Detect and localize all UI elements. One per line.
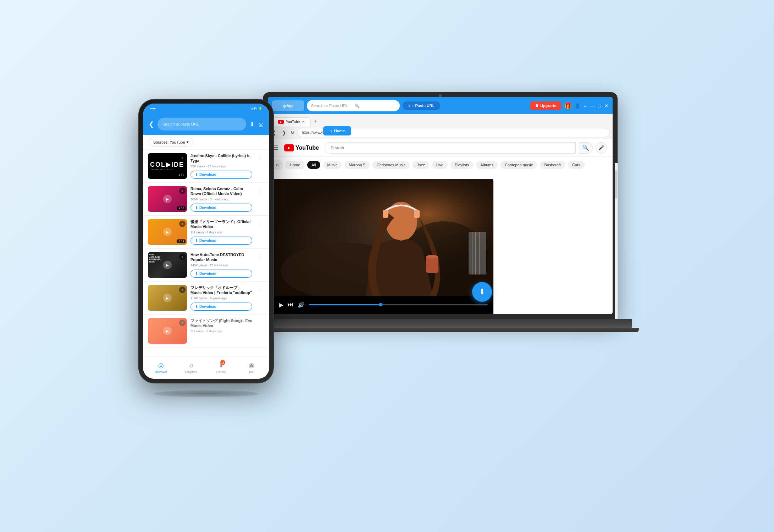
category-all[interactable]: All: [307, 161, 320, 169]
more-options-3[interactable]: ⋮: [256, 219, 264, 229]
autotune-text: HOWAUTO-TUNEDESTROYEDMUSIC: [149, 254, 160, 263]
more-options-2[interactable]: ⋮: [256, 186, 264, 196]
play-icon-4[interactable]: ▶: [163, 261, 172, 269]
download-button-5[interactable]: ⬇ Download: [190, 303, 252, 311]
home-tab-button[interactable]: ⌂ Home: [323, 126, 351, 135]
video-meta-2: 205M views · 3 months ago: [190, 198, 252, 201]
add-to-playlist-icon-2[interactable]: +: [179, 188, 186, 194]
category-maroon5[interactable]: Maroon 5: [344, 161, 369, 169]
nav-library[interactable]: ⬇ 15 Library: [206, 361, 236, 374]
category-cats[interactable]: Cats: [568, 161, 585, 169]
phone-download-icon[interactable]: ⬇: [250, 121, 254, 128]
download-button-3[interactable]: ⬇ Download: [190, 237, 252, 245]
category-christmas[interactable]: Christmas Music: [372, 161, 410, 169]
play-icon-6[interactable]: ▶: [163, 327, 172, 335]
download-button-1[interactable]: ⬇ Download: [190, 171, 252, 179]
yt-logo-icon: [284, 144, 294, 151]
download-button-2[interactable]: ⬇ Download: [190, 204, 252, 212]
volume-button[interactable]: 🔊: [298, 301, 305, 308]
progress-bar[interactable]: [309, 304, 488, 305]
phone-screen: ●●● WiFi 🔋 ❮ Search or paste URL ⬇: [143, 104, 269, 379]
library-label: Library: [216, 370, 226, 374]
close-icon[interactable]: ✕: [604, 103, 608, 109]
new-tab-button[interactable]: +: [311, 117, 320, 126]
category-playlists[interactable]: Playlists: [450, 161, 473, 169]
user-icon[interactable]: 👤: [575, 103, 580, 109]
sources-dropdown-button[interactable]: Sources: YouTube ▾: [149, 138, 193, 146]
yt-home-icon-button[interactable]: ⌂: [272, 160, 283, 170]
download-icon-1: ⬇: [195, 173, 198, 177]
video-meta-3: 1M views · 6 days ago: [190, 231, 252, 234]
app-search-bar[interactable]: Search or Paste URL 🔍: [307, 100, 400, 111]
more-options-4[interactable]: ⋮: [256, 252, 264, 262]
nav-me[interactable]: ◉ Me: [236, 361, 266, 374]
category-jazz[interactable]: Jazz: [413, 161, 429, 169]
phone-search-bar[interactable]: Search or paste URL: [157, 118, 246, 131]
yt-favicon: [278, 120, 284, 124]
gift-icon[interactable]: 🎁: [564, 102, 572, 110]
refresh-button[interactable]: ↻: [291, 130, 294, 135]
skip-forward-button[interactable]: ⏭: [288, 301, 293, 308]
app-search-icon: 🔍: [355, 104, 396, 108]
video-meta-1: 35K views · 18 hours ago: [190, 165, 252, 168]
app-logo-button[interactable]: ◎ App: [272, 100, 304, 111]
video-title-bar: We Will Rock You - Queen 02:05 / 05:15 ⇄…: [273, 314, 493, 314]
video-controls: ▶ ⏭ 🔊: [273, 296, 493, 314]
nav-playlists[interactable]: ♫ Playlists: [176, 362, 206, 374]
more-options-5[interactable]: ⋮: [256, 285, 264, 295]
download-icon-2: ⬇: [195, 206, 198, 210]
add-to-playlist-icon-4[interactable]: +: [179, 254, 186, 260]
youtube-tab[interactable]: YouTube ✕: [272, 117, 311, 126]
svg-rect-5: [383, 210, 388, 218]
phone-back-button[interactable]: ❮: [149, 120, 154, 128]
tab-close-button[interactable]: ✕: [302, 120, 305, 124]
titlebar-icons: 👤 ≡ — □ ✕: [575, 103, 608, 109]
phone-status-bar: ●●● WiFi 🔋: [143, 104, 269, 113]
forward-button[interactable]: ❯: [281, 128, 288, 137]
download-label-5: Download: [199, 305, 216, 309]
yt-search-input[interactable]: [325, 142, 576, 154]
upgrade-button[interactable]: ♛ Upgrade: [530, 101, 561, 110]
yt-search-button[interactable]: 🔍: [579, 142, 593, 154]
yt-mic-button[interactable]: 🎤: [596, 142, 607, 154]
video-title-3: 優里『メリーゴーランド』Official Music Video: [190, 219, 252, 229]
maximize-icon[interactable]: □: [598, 103, 601, 109]
add-to-playlist-icon[interactable]: +: [179, 155, 186, 161]
add-to-playlist-icon-5[interactable]: +: [179, 287, 186, 293]
play-icon-5[interactable]: ▶: [163, 294, 172, 302]
video-image-svg: [273, 179, 493, 296]
play-icon-3[interactable]: ▶: [163, 228, 172, 236]
browser-nav: ❮ ❯ ↻ https://www.youtube.com/: [268, 126, 613, 139]
me-icon: ◉: [249, 361, 254, 369]
menu-icon[interactable]: ≡: [584, 103, 587, 109]
category-music[interactable]: Music: [323, 161, 342, 169]
video-meta-5: 119M views · 8 years ago: [190, 297, 252, 300]
add-to-playlist-icon-3[interactable]: +: [179, 221, 186, 227]
paste-url-button[interactable]: + + Paste URL: [403, 101, 441, 110]
category-albums[interactable]: Albums: [476, 161, 498, 169]
category-cantopop[interactable]: Cantopop music: [501, 161, 537, 169]
yt-home-label[interactable]: Home: [286, 161, 304, 169]
download-button-4[interactable]: ⬇ Download: [190, 270, 252, 278]
play-button[interactable]: ▶: [279, 301, 283, 308]
yt-categories-bar: ⌂ Home All Music Maroon 5 Christmas Musi…: [268, 157, 613, 173]
play-icon-2[interactable]: ▶: [163, 195, 172, 203]
more-options-1[interactable]: ⋮: [256, 153, 264, 163]
category-bushcraft[interactable]: Bushcraft: [540, 161, 565, 169]
video-title-4: How Auto-Tune DESTROYED Popular Music: [190, 252, 252, 262]
paste-url-label: + Paste URL: [412, 104, 435, 108]
add-to-playlist-icon-6[interactable]: +: [179, 320, 186, 326]
crown-icon: ♛: [535, 104, 539, 108]
video-thumbnail-4: HOWAUTO-TUNEDESTROYEDMUSIC ▶ +: [148, 252, 187, 278]
minimize-icon[interactable]: —: [590, 103, 595, 109]
video-title-1: Justine Skye - Collide (Lyrics) ft. Tyga: [190, 153, 252, 164]
duration-badge: 4:21: [177, 173, 186, 177]
nav-discover[interactable]: ◎ Discover: [146, 361, 176, 374]
phone-settings-icon[interactable]: ◎: [259, 121, 264, 128]
category-live[interactable]: Live: [432, 161, 448, 169]
video-thumbnail-1: COL▶IDE JUSTINE SKYE · TYGA 4:21 +: [148, 153, 187, 179]
me-label: Me: [249, 370, 254, 374]
yt-hamburger-icon[interactable]: ☰: [273, 144, 278, 151]
list-item: ▶ + フレデリック「オドループ」Music Video | Frederic …: [143, 282, 269, 315]
download-fab-button[interactable]: ⬇: [472, 282, 492, 302]
